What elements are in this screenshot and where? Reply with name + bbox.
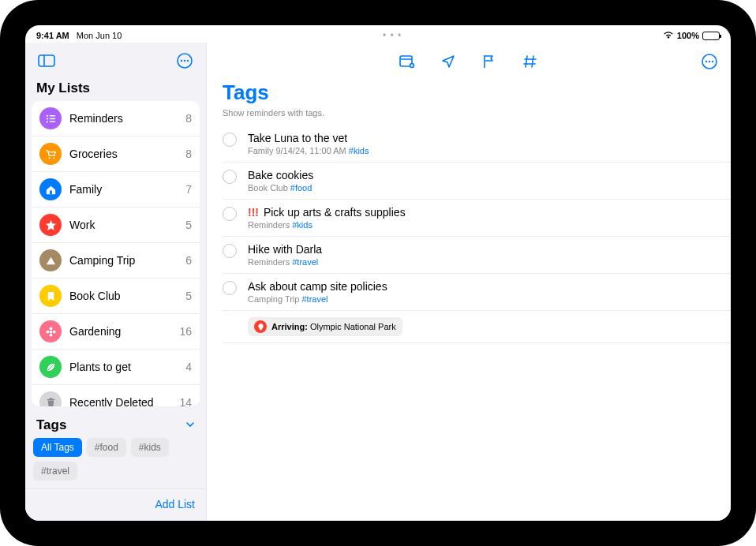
reminder-title-text: Pick up arts & crafts supplies <box>264 206 406 219</box>
list-item[interactable]: Plants to get4 <box>32 350 200 385</box>
reminder-tag[interactable]: #kids <box>292 220 313 230</box>
hashtag-icon[interactable] <box>520 51 541 72</box>
list-name: Gardening <box>69 325 179 338</box>
toolbar <box>207 43 731 76</box>
tag-pill[interactable]: All Tags <box>33 438 82 457</box>
reminder-item[interactable]: Hike with DarlaReminders #travel <box>223 237 731 274</box>
list-item[interactable]: Recently Deleted14 <box>32 385 200 406</box>
complete-circle[interactable] <box>223 207 237 221</box>
reminder-meta: Reminders #kids <box>248 220 720 230</box>
screen: 9:41 AM Mon Jun 10 • • • 100% <box>25 25 731 521</box>
location-icon[interactable] <box>438 51 458 72</box>
flag-icon[interactable] <box>479 51 500 72</box>
list-count: 8 <box>185 148 192 160</box>
list-name: Book Club <box>69 290 185 302</box>
svg-point-16 <box>49 327 52 330</box>
list-count: 14 <box>179 396 192 406</box>
tent-icon <box>39 249 62 271</box>
reminder-title-text: Take Luna to the vet <box>248 132 347 144</box>
tags-header: Tags <box>36 417 66 433</box>
list-icon <box>39 107 62 129</box>
my-lists-header: My Lists <box>25 76 206 101</box>
bookmark-icon <box>39 285 62 307</box>
cart-icon <box>39 143 62 165</box>
complete-circle[interactable] <box>223 133 237 147</box>
reminder-meta: Reminders #travel <box>248 257 720 267</box>
leaf-icon <box>39 356 62 378</box>
chevron-down-icon[interactable] <box>185 417 195 433</box>
tag-pill[interactable]: #kids <box>131 438 169 457</box>
reminder-title: Take Luna to the vet <box>248 132 720 144</box>
list-item[interactable]: Groceries8 <box>32 136 200 172</box>
reminder-location-row: Arriving: Olympic National Park <box>223 311 731 343</box>
reminder-title: Bake cookies <box>248 169 720 181</box>
content-area: Tags Show reminders with tags. Take Luna… <box>207 43 731 521</box>
reminder-meta: Family 9/14/24, 11:00 AM #kids <box>248 146 720 155</box>
reminder-tag[interactable]: #food <box>290 183 313 193</box>
list-item[interactable]: Reminders8 <box>32 101 200 136</box>
svg-point-6 <box>46 114 47 116</box>
status-time: 9:41 AM <box>36 31 69 40</box>
svg-point-5 <box>187 60 189 62</box>
complete-circle[interactable] <box>223 281 237 295</box>
svg-point-15 <box>49 330 52 333</box>
sidebar: My Lists Reminders8Groceries8Family7Work… <box>25 43 207 521</box>
svg-rect-14 <box>50 190 52 194</box>
svg-point-12 <box>48 157 50 159</box>
list-name: Groceries <box>69 148 185 160</box>
reminder-tag[interactable]: #kids <box>349 146 369 155</box>
list-item[interactable]: Camping Trip6 <box>32 243 200 279</box>
list-count: 4 <box>185 361 192 373</box>
list-count: 5 <box>185 219 192 231</box>
ipad-frame: 9:41 AM Mon Jun 10 • • • 100% <box>0 0 756 546</box>
list-item[interactable]: Family7 <box>32 172 200 208</box>
location-pin-icon <box>254 320 267 333</box>
status-bar: 9:41 AM Mon Jun 10 • • • 100% <box>25 25 731 43</box>
svg-rect-7 <box>49 115 55 117</box>
battery-icon <box>702 32 720 40</box>
reminder-tag[interactable]: #travel <box>292 257 318 267</box>
complete-circle[interactable] <box>223 244 237 258</box>
more-icon[interactable] <box>174 50 195 71</box>
list-item[interactable]: Work5 <box>32 208 200 243</box>
wifi-icon <box>663 31 674 40</box>
page-title: Tags <box>223 80 715 105</box>
reminder-item[interactable]: Take Luna to the vetFamily 9/14/24, 11:0… <box>223 125 731 163</box>
list-count: 6 <box>185 254 192 267</box>
svg-point-17 <box>49 333 52 336</box>
location-chip[interactable]: Arriving: Olympic National Park <box>248 317 402 336</box>
svg-point-10 <box>46 121 47 122</box>
list-name: Camping Trip <box>69 254 185 267</box>
tag-pill[interactable]: #food <box>87 438 126 457</box>
calendar-icon[interactable] <box>397 51 417 72</box>
reminder-item[interactable]: !!! Pick up arts & crafts suppliesRemind… <box>223 200 731 237</box>
complete-circle[interactable] <box>223 170 237 184</box>
add-list-button[interactable]: Add List <box>155 498 195 510</box>
reminder-title-text: Hike with Darla <box>248 243 322 256</box>
reminder-title: Ask about camp site policies <box>248 280 720 293</box>
page-subtitle: Show reminders with tags. <box>223 108 715 118</box>
reminder-title: Hike with Darla <box>248 243 720 256</box>
svg-point-26 <box>712 61 713 62</box>
reminder-item[interactable]: Bake cookiesBook Club #food <box>223 163 731 200</box>
list-count: 7 <box>185 183 192 196</box>
tag-pill[interactable]: #travel <box>33 462 77 481</box>
reminder-title-text: Bake cookies <box>248 169 313 181</box>
list-name: Work <box>69 219 185 231</box>
status-date: Mon Jun 10 <box>77 31 122 40</box>
multitask-dots[interactable]: • • • <box>122 30 663 41</box>
svg-rect-11 <box>49 121 55 122</box>
sidebar-toggle-icon[interactable] <box>36 50 57 71</box>
svg-point-4 <box>184 60 185 62</box>
reminder-tag[interactable]: #travel <box>301 294 327 304</box>
svg-rect-0 <box>39 55 54 66</box>
list-item[interactable]: Book Club5 <box>32 279 200 314</box>
svg-point-25 <box>709 61 710 62</box>
more-options-icon[interactable] <box>699 51 720 72</box>
svg-point-8 <box>46 118 47 119</box>
list-item[interactable]: Gardening16 <box>32 314 200 350</box>
reminder-item[interactable]: Ask about camp site policiesCamping Trip… <box>223 274 731 311</box>
house-icon <box>39 178 62 200</box>
battery-pct: 100% <box>677 31 699 40</box>
svg-point-3 <box>181 60 182 62</box>
